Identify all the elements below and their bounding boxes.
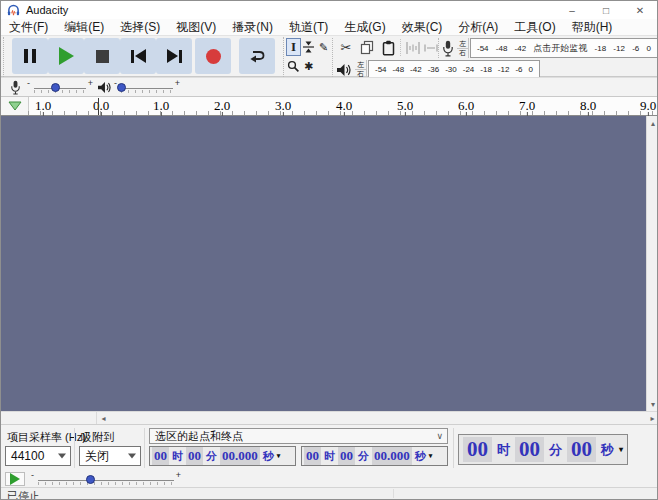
- scroll-right-button[interactable]: ▸: [646, 412, 658, 424]
- trim-outside-selection-button[interactable]: [403, 38, 423, 57]
- menu-item-analyze[interactable]: 分析(A): [450, 19, 506, 35]
- zoom-tool-button[interactable]: [286, 57, 301, 75]
- time-segment-seconds[interactable]: 00: [567, 437, 596, 462]
- playback-volume-slider[interactable]: - +: [114, 79, 180, 96]
- meter-tick-label: -36: [428, 65, 440, 74]
- time-segment-seconds[interactable]: 00.000: [372, 447, 412, 465]
- time-unit-seconds: 秒: [260, 449, 277, 464]
- loop-button[interactable]: [239, 38, 275, 74]
- stop-icon: [96, 50, 109, 63]
- menu-item-effect[interactable]: 效果(C): [394, 19, 451, 35]
- microphone-icon: [442, 40, 454, 57]
- recording-channel-labels: 左 右: [457, 38, 469, 58]
- silence-audio-icon: [423, 41, 439, 55]
- snap-to-value: 关闭: [85, 449, 109, 463]
- selection-toolbar-separator: [144, 428, 145, 468]
- copy-button[interactable]: [357, 38, 377, 57]
- menu-item-select[interactable]: 选择(S): [112, 19, 168, 35]
- time-segment-hours[interactable]: 00: [152, 447, 169, 465]
- edit-toolbar: ✂: [332, 38, 437, 59]
- menu-item-help[interactable]: 帮助(H): [564, 19, 621, 35]
- meter-tick-label: -42: [515, 44, 527, 53]
- draw-tool-button[interactable]: ✎: [316, 38, 331, 56]
- scroll-down-button[interactable]: ▾: [647, 397, 658, 411]
- minimize-button[interactable]: –: [555, 1, 589, 19]
- selection-toolbar-separator: [453, 428, 454, 468]
- recording-volume-thumb[interactable]: [51, 83, 60, 92]
- recording-volume-slider[interactable]: - +: [27, 79, 93, 96]
- project-rate-select[interactable]: 44100: [5, 446, 71, 466]
- audio-position-display[interactable]: 00 时 00 分 00 秒 ▾: [458, 434, 628, 465]
- menu-item-tracks[interactable]: 轨道(T): [281, 19, 336, 35]
- vertical-scrollbar[interactable]: ▴ ▾: [646, 116, 658, 411]
- pinned-play-head-toggle[interactable]: [1, 97, 29, 115]
- scroll-left-button[interactable]: ◂: [96, 412, 110, 424]
- play-button[interactable]: [48, 38, 84, 74]
- record-button[interactable]: [195, 38, 231, 74]
- scroll-up-button[interactable]: ▴: [647, 116, 658, 130]
- scroll-left-icon: ◂: [101, 414, 105, 423]
- recording-meter-scale[interactable]: -54 -48 -42 点击开始监视 -18 -12 -6 0: [470, 38, 658, 58]
- time-segment-hours[interactable]: 00: [463, 437, 492, 462]
- meter-tick-label: -54: [375, 65, 387, 74]
- minimize-icon: –: [569, 5, 575, 16]
- combo-arrow-icon: [128, 454, 136, 459]
- cut-button[interactable]: ✂: [336, 38, 356, 57]
- chevron-down-icon: ∨: [436, 429, 443, 443]
- menu-item-edit[interactable]: 编辑(E): [56, 19, 112, 35]
- time-format-dropdown-icon[interactable]: ▾: [429, 452, 433, 460]
- snap-to-select[interactable]: 关闭: [79, 446, 141, 466]
- status-text: 已停止。: [7, 489, 51, 500]
- selection-tool-button[interactable]: I: [286, 38, 301, 56]
- play-pin-triangle-icon: [8, 101, 22, 111]
- time-format-dropdown-icon[interactable]: ▾: [619, 445, 623, 454]
- skip-to-start-button[interactable]: [120, 38, 156, 74]
- menu-item-transport[interactable]: 播录(N): [224, 19, 281, 35]
- play-at-speed-button[interactable]: [5, 472, 25, 486]
- menu-item-generate[interactable]: 生成(G): [336, 19, 393, 35]
- selection-toolbar: 项目采样率 (Hz) 吸附到 选区的起点和终点 ∨ 44100 关闭 00 时 …: [1, 424, 657, 471]
- maximize-icon: □: [603, 5, 609, 16]
- time-segment-minutes[interactable]: 00: [338, 447, 355, 465]
- copy-icon: [359, 40, 375, 55]
- menu-item-file[interactable]: 文件(F): [1, 19, 56, 35]
- menu-item-view[interactable]: 视图(V): [168, 19, 224, 35]
- selection-start-time-field[interactable]: 00 时 00 分 00.000 秒 ▾: [149, 446, 296, 466]
- time-segment-minutes[interactable]: 00: [186, 447, 203, 465]
- meter-tick-label: -6: [632, 44, 639, 53]
- selection-end-time-field[interactable]: 00 时 00 分 00.000 秒 ▾: [301, 446, 448, 466]
- skip-to-end-button[interactable]: [156, 38, 192, 74]
- multi-tool-button[interactable]: ✱: [301, 57, 316, 75]
- close-button[interactable]: ✕: [623, 1, 657, 19]
- horizontal-scrollbar[interactable]: ◂ ▸: [1, 411, 657, 424]
- envelope-tool-button[interactable]: [301, 38, 316, 56]
- track-canvas[interactable]: [1, 116, 646, 411]
- play-speed-slider[interactable]: - +: [31, 471, 181, 488]
- loop-icon: [247, 48, 267, 64]
- monitor-hint-text[interactable]: 点击开始监视: [533, 42, 587, 55]
- maximize-button[interactable]: □: [589, 1, 623, 19]
- time-segment-minutes[interactable]: 00: [515, 437, 544, 462]
- multi-tool-icon: ✱: [304, 60, 313, 73]
- playback-volume-thumb[interactable]: [117, 83, 126, 92]
- mixer-toolbar: - + - +: [1, 77, 657, 96]
- timeline-ruler[interactable]: 1.0 0.0 1.0 2.0 3.0 4.0 5.0 6.0 7.0 8.0 …: [1, 96, 657, 116]
- recording-meter[interactable]: 左 右 -54 -48 -42 点击开始监视 -18 -12 -6 0: [438, 38, 658, 58]
- edit-toolbar-separator: [400, 39, 402, 56]
- stop-button[interactable]: [84, 38, 120, 74]
- menu-item-tools[interactable]: 工具(O): [506, 19, 563, 35]
- pause-button[interactable]: [12, 38, 48, 74]
- window-title: Audacity: [26, 4, 68, 16]
- selection-range-select[interactable]: 选区的起点和终点 ∨: [149, 428, 448, 444]
- play-speed-thumb[interactable]: [86, 475, 95, 484]
- paste-button[interactable]: [378, 38, 398, 57]
- combo-arrow-icon: [58, 454, 66, 459]
- time-segment-seconds[interactable]: 00.000: [220, 447, 260, 465]
- time-unit-minutes: 分: [203, 449, 220, 464]
- time-format-dropdown-icon[interactable]: ▾: [277, 452, 281, 460]
- project-rate-value: 44100: [11, 449, 44, 463]
- time-segment-hours[interactable]: 00: [304, 447, 321, 465]
- zoom-tool-icon: [287, 60, 300, 73]
- meter-tick-label: -18: [480, 65, 492, 74]
- paste-icon: [381, 40, 396, 56]
